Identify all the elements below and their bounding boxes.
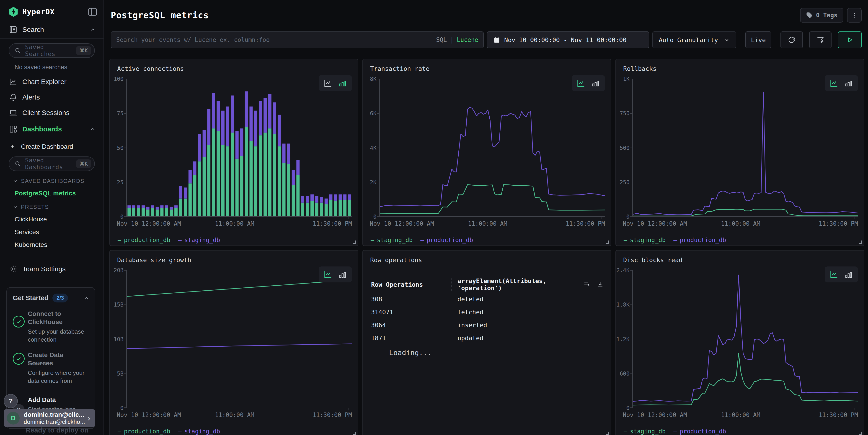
sidebar-item-alerts[interactable]: Alerts (0, 90, 103, 105)
help-button[interactable]: ? (4, 394, 18, 408)
y-axis-labels: 20B15B10B5B0 (115, 270, 124, 408)
legend-item[interactable]: —production_db (420, 237, 473, 243)
panel-title: Transaction rate (370, 65, 429, 72)
legend-item[interactable]: —staging_db (178, 237, 220, 243)
line-view-icon[interactable] (324, 79, 332, 88)
sidebar-section-dashboards[interactable]: Dashboards (0, 121, 103, 138)
plot-area[interactable] (632, 270, 858, 408)
table-row[interactable]: 3064inserted (371, 319, 604, 331)
bar-view-icon[interactable] (844, 79, 853, 88)
y-tick-label: 0 (626, 214, 629, 220)
legend-label: staging_db (184, 237, 220, 243)
get-started-step-connect[interactable]: Connect to ClickHouse Set up your databa… (13, 310, 89, 344)
resize-handle[interactable] (606, 240, 609, 244)
y-tick-mark (377, 113, 379, 114)
panel-menu-button[interactable] (847, 8, 862, 23)
y-tick-mark (377, 79, 379, 79)
legend-item[interactable]: —staging_db (371, 237, 412, 243)
chart-plot[interactable] (633, 270, 858, 408)
run-query-button[interactable] (838, 31, 862, 48)
sidebar-preset-clickhouse[interactable]: ClickHouse (14, 216, 103, 223)
lucene-mode-button[interactable]: Lucene (457, 36, 478, 43)
sidebar-item-label: Client Sessions (22, 109, 69, 116)
x-tick-label: 11:00:00 AM (468, 220, 507, 227)
resize-handle[interactable] (859, 432, 862, 435)
y-tick-label: 1K (623, 76, 629, 82)
sidebar-item-label: Chart Explorer (22, 78, 66, 86)
chart-plot[interactable] (127, 79, 352, 216)
create-dashboard-button[interactable]: + Create Dashboard (0, 138, 103, 152)
chevron-up-icon[interactable] (84, 295, 89, 301)
table-column-header[interactable]: Row Operations (371, 281, 451, 288)
chart-view-toggle (825, 75, 858, 91)
user-menu[interactable]: D dominic.tran@clic... dominic.tran@clic… (4, 409, 95, 427)
legend-item[interactable]: —production_db (118, 428, 170, 435)
tags-button[interactable]: 0 Tags (800, 8, 843, 23)
search-input[interactable] (116, 36, 436, 43)
bar-view-icon[interactable] (591, 79, 600, 88)
x-tick-mark (633, 408, 633, 410)
legend-item[interactable]: —staging_db (624, 428, 665, 435)
progress-badge: 2/3 (53, 294, 68, 302)
table-column-header[interactable]: arrayElement(Attributes, 'operation') (458, 277, 583, 292)
y-tick-label: 8K (370, 76, 377, 82)
filter-button[interactable] (809, 31, 832, 48)
refresh-button[interactable] (780, 31, 803, 48)
resize-handle[interactable] (606, 432, 609, 435)
resize-handle[interactable] (353, 432, 356, 435)
legend-item[interactable]: —production_db (673, 428, 726, 435)
saved-searches-input[interactable]: Saved Searches ⌘K (9, 43, 95, 58)
live-button[interactable]: Live (745, 31, 771, 48)
chevron-down-icon (13, 204, 18, 209)
bar-view-icon[interactable] (338, 79, 347, 88)
table-row[interactable]: 308deleted (371, 293, 604, 305)
sidebar-section-search[interactable]: Search (0, 21, 103, 39)
resize-handle[interactable] (353, 240, 356, 244)
line-view-icon[interactable] (324, 270, 332, 279)
plot-wrap: 8K6K4K2K0Nov 10 12:00:00 AM11:00:00 AM11… (367, 79, 605, 217)
search-icon (14, 47, 21, 54)
sidebar-preset-kubernetes[interactable]: Kubernetes (14, 241, 103, 248)
sidebar-collapse-icon[interactable] (88, 8, 97, 16)
sort-rows-icon[interactable] (583, 280, 591, 288)
legend-item[interactable]: —production_db (118, 237, 170, 243)
plot-area[interactable] (379, 79, 605, 217)
get-started-step-sources[interactable]: Create Data Sources Configure where your… (13, 351, 89, 385)
y-tick-mark (124, 113, 126, 114)
x-tick-mark (633, 217, 633, 219)
download-icon[interactable] (596, 280, 604, 288)
table-row[interactable]: 314071fetched (371, 306, 604, 319)
plot-area[interactable] (632, 79, 858, 217)
legend-dash: — (118, 237, 121, 243)
chart-plot[interactable] (380, 79, 605, 216)
saved-dashboards-input[interactable]: Saved Dashboards ⌘K (9, 157, 95, 171)
y-tick-mark (630, 373, 632, 373)
sidebar-preset-services[interactable]: Services (14, 228, 103, 236)
sidebar-item-team-settings[interactable]: Team Settings (0, 261, 103, 277)
plot-area[interactable] (126, 270, 352, 408)
chart-plot[interactable] (633, 79, 858, 216)
x-tick-mark (348, 217, 349, 219)
sidebar-item-chart-explorer[interactable]: Chart Explorer (0, 74, 103, 90)
granularity-select[interactable]: Auto Granularity (652, 31, 736, 48)
line-view-icon[interactable] (577, 79, 585, 88)
plot-area[interactable] (126, 79, 352, 217)
sql-mode-button[interactable]: SQL (436, 36, 447, 43)
sidebar-item-client-sessions[interactable]: Client Sessions (0, 105, 103, 121)
resize-handle[interactable] (859, 240, 862, 244)
line-view-icon[interactable] (830, 270, 838, 279)
saved-dashboards-header[interactable]: SAVED DASHBOARDS (13, 178, 103, 184)
line-view-icon[interactable] (830, 79, 838, 88)
time-range-picker[interactable]: Nov 10 00:00:00 - Nov 11 00:00:00 (487, 31, 649, 48)
bar-view-icon[interactable] (844, 270, 853, 279)
bar-view-icon[interactable] (338, 270, 347, 279)
chart-plot[interactable] (127, 270, 352, 408)
event-search-box[interactable]: SQL | Lucene (111, 31, 484, 48)
table-row[interactable]: 1871updated (371, 332, 604, 344)
presets-header[interactable]: PRESETS (13, 204, 103, 210)
legend-item[interactable]: —production_db (673, 237, 726, 243)
sidebar-dashboard-postgresql-metrics[interactable]: PostgreSQL metrics (14, 190, 103, 197)
y-tick-label: 2K (370, 179, 377, 186)
legend-item[interactable]: —staging_db (178, 428, 220, 435)
legend-item[interactable]: —staging_db (624, 237, 665, 243)
